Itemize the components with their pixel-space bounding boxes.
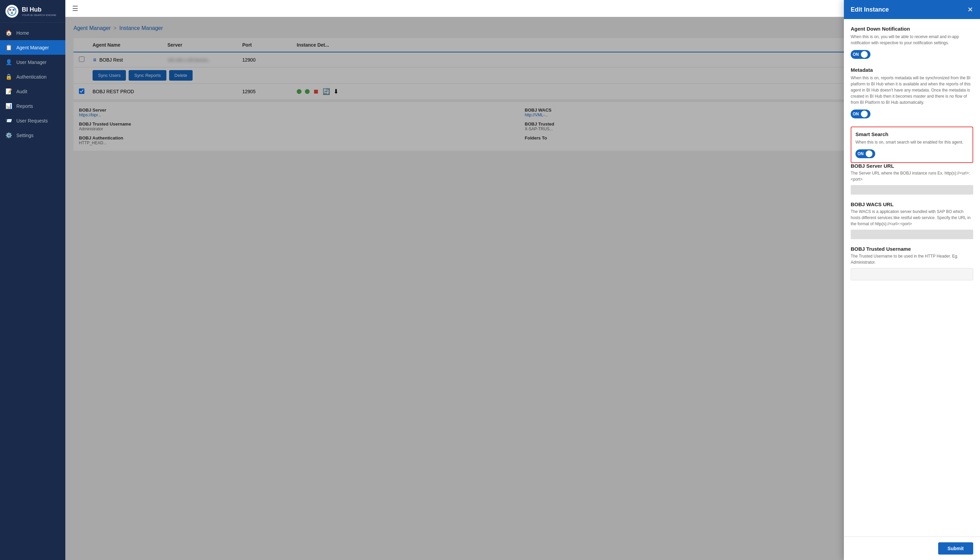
agent-manager-icon: 📋	[5, 44, 12, 51]
sidebar-item-home[interactable]: 🏠 Home	[0, 25, 65, 40]
bobj-trusted-username-label: BOBJ Trusted Username	[851, 246, 973, 252]
metadata-toggle-knob	[861, 110, 868, 117]
sidebar-item-user-requests[interactable]: 📨 User Requests	[0, 113, 65, 128]
bobj-wacs-url-label: BOBJ WACS URL	[851, 202, 973, 207]
home-icon: 🏠	[5, 30, 12, 36]
metadata-toggle-label: ON	[853, 112, 859, 117]
sidebar-item-user-requests-label: User Requests	[16, 118, 48, 123]
panel-body: Agent Down Notification When this is on,…	[844, 19, 980, 537]
app-subtitle: YOUR BI SEARCH ENGINE	[22, 13, 56, 17]
field-bobj-wacs-url: BOBJ WACS URL The WACS is a application …	[851, 202, 973, 239]
sidebar-item-audit-label: Audit	[16, 89, 27, 94]
smart-search-toggle[interactable]: ON	[855, 149, 875, 158]
sidebar-item-settings[interactable]: ⚙️ Settings	[0, 128, 65, 143]
app-logo: BI Hub YOUR BI SEARCH ENGINE	[0, 0, 65, 23]
metadata-toggle[interactable]: ON	[851, 110, 870, 118]
settings-icon: ⚙️	[5, 132, 12, 138]
edit-instance-panel: Edit Instance ✕ Agent Down Notification …	[844, 0, 980, 560]
agent-down-title: Agent Down Notification	[851, 26, 973, 32]
section-smart-search: Smart Search When this is on, smart sear…	[851, 127, 973, 163]
user-manager-icon: 👤	[5, 59, 12, 65]
bobj-server-url-desc: The Server URL where the BOBJ instance r…	[851, 170, 973, 182]
agent-down-toggle[interactable]: ON	[851, 50, 870, 59]
section-agent-down-notification: Agent Down Notification When this is on,…	[851, 26, 973, 59]
sidebar: BI Hub YOUR BI SEARCH ENGINE 🏠 Home 📋 Ag…	[0, 0, 65, 560]
modal-overlay[interactable]	[65, 17, 980, 560]
sidebar-item-reports-label: Reports	[16, 103, 33, 109]
field-bobj-server-url: BOBJ Server URL The Server URL where the…	[851, 163, 973, 195]
logo-icon	[5, 5, 18, 18]
sidebar-item-agent-manager-label: Agent Manager	[16, 45, 49, 50]
main-nav: 🏠 Home 📋 Agent Manager 👤 User Manager 🔒 …	[0, 23, 65, 560]
panel-close-button[interactable]: ✕	[967, 5, 973, 13]
bobj-server-url-value	[851, 185, 973, 195]
menu-toggle[interactable]: ☰	[72, 4, 78, 13]
sidebar-item-settings-label: Settings	[16, 133, 34, 138]
bobj-wacs-url-desc: The WACS is a application server bundled…	[851, 208, 973, 227]
panel-title: Edit Instance	[851, 6, 889, 13]
sidebar-item-reports[interactable]: 📊 Reports	[0, 99, 65, 113]
smart-search-title: Smart Search	[855, 131, 968, 137]
bobj-trusted-username-desc: The Trusted Username to be used in the H…	[851, 253, 973, 265]
content-area: Agent Manager > Instance Manager Agent N…	[65, 17, 980, 560]
sidebar-item-user-manager-label: User Manager	[16, 60, 47, 65]
agent-down-toggle-label: ON	[853, 52, 859, 57]
sidebar-item-agent-manager[interactable]: 📋 Agent Manager	[0, 40, 65, 55]
smart-search-desc: When this is on, smart search will be en…	[855, 139, 968, 145]
user-requests-icon: 📨	[5, 117, 12, 124]
bobj-wacs-url-value	[851, 230, 973, 239]
topbar: ☰	[65, 0, 980, 17]
agent-down-toggle-knob	[861, 51, 868, 58]
svg-point-0	[8, 7, 16, 15]
audit-icon: 📝	[5, 88, 12, 95]
panel-header: Edit Instance ✕	[844, 0, 980, 19]
sidebar-item-audit[interactable]: 📝 Audit	[0, 84, 65, 99]
smart-search-toggle-knob	[866, 150, 872, 157]
sidebar-item-authentication[interactable]: 🔒 Authentication	[0, 69, 65, 84]
authentication-icon: 🔒	[5, 73, 12, 80]
section-metadata: Metadata When this is on, reports metada…	[851, 67, 973, 118]
sidebar-item-home-label: Home	[16, 30, 29, 36]
bobj-server-url-label: BOBJ Server URL	[851, 163, 973, 169]
main-content: ☰ Agent Manager > Instance Manager Agent…	[65, 0, 980, 560]
bobj-trusted-username-input[interactable]	[851, 268, 973, 280]
sidebar-item-authentication-label: Authentication	[16, 74, 47, 80]
field-bobj-trusted-username: BOBJ Trusted Username The Trusted Userna…	[851, 246, 973, 280]
reports-icon: 📊	[5, 103, 12, 109]
metadata-title: Metadata	[851, 67, 973, 73]
submit-button[interactable]: Submit	[938, 542, 973, 555]
metadata-desc: When this is on, reports metadata will b…	[851, 75, 973, 105]
app-name: BI Hub	[22, 6, 56, 13]
agent-down-desc: When this is on, you will be able to rec…	[851, 34, 973, 46]
smart-search-toggle-label: ON	[858, 152, 863, 156]
panel-footer: Submit	[844, 537, 980, 560]
sidebar-item-user-manager[interactable]: 👤 User Manager	[0, 55, 65, 69]
